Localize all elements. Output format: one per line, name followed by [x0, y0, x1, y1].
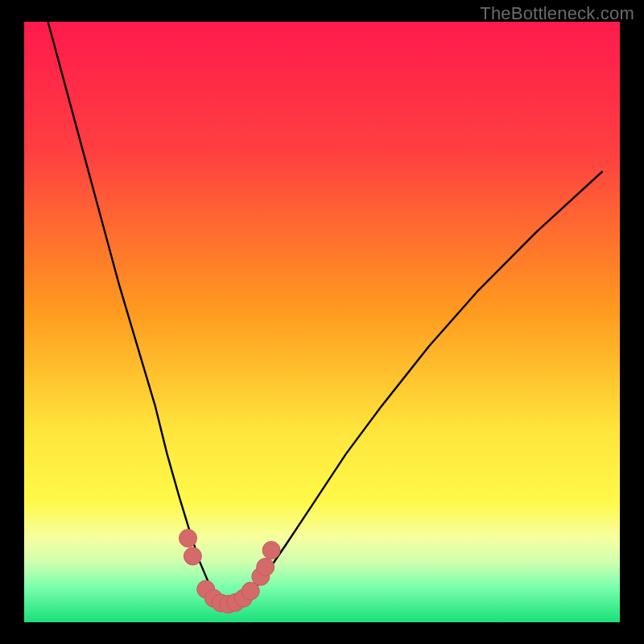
curve-marker — [184, 547, 201, 565]
svg-rect-0 — [24, 22, 620, 622]
watermark-text: TheBottleneck.com — [480, 3, 634, 24]
chart-svg — [24, 22, 620, 622]
chart-frame: TheBottleneck.com — [0, 0, 644, 644]
curve-marker — [180, 530, 197, 547]
chart-plot-area — [24, 22, 620, 622]
curve-marker — [262, 542, 280, 559]
curve-marker — [257, 558, 275, 576]
